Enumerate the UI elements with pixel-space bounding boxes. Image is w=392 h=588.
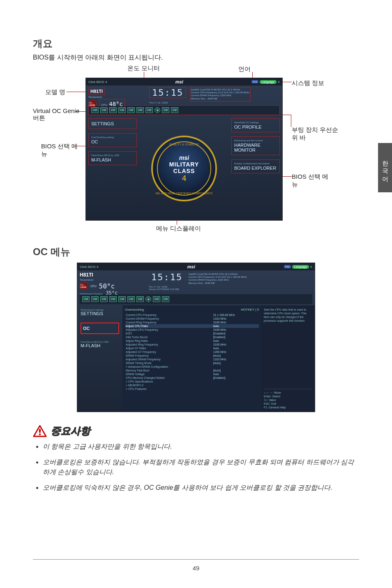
sidebar-mflash[interactable]: Flash/Save BIOS by USB M-FLASH: [81, 341, 119, 348]
important-bullet-list: 이 항목은 고급 사용자만을 위한 항목입니다.오버클로킹은 보증하지 않습니다…: [33, 442, 359, 493]
boot-device-icon[interactable]: ⏻: [154, 107, 160, 113]
language-button[interactable]: Language: [292, 265, 309, 269]
oc-setting-value: [212, 380, 259, 383]
cpu-temp-value: 48°c: [109, 101, 123, 107]
oc-setting-name: > MEMORY-Z: [125, 383, 212, 387]
boot-device-icon[interactable]: USB: [171, 107, 178, 113]
oc-setting-row[interactable]: Adjusted Ring Frequency3100 MHz: [125, 343, 259, 346]
oc-setting-row[interactable]: Memory Fast Boot[Auto]: [125, 369, 259, 372]
sysinfo-mem: Memory Size : 2048 MB: [191, 97, 217, 100]
oc-help-text: Sets the CPU ratio that is used to deter…: [264, 308, 312, 323]
boot-device-icon[interactable]: USB: [136, 296, 144, 302]
oc-setting-row[interactable]: > MEMORY-Z: [125, 383, 259, 387]
close-icon[interactable]: X: [310, 265, 312, 269]
important-bullet: 오버클로킹은 보증하지 않습니다. 부적절하게 작동하였을 경우 보증이 무효화…: [43, 457, 359, 477]
badge-quality-text: QUALITY & STABILITY: [169, 143, 199, 146]
oc-setting-value: [Enabled]: [212, 332, 259, 335]
sidebar-mflash-label: M-FLASH: [81, 343, 100, 348]
oc-setting-row[interactable]: Adjust CPU RatioAuto: [125, 324, 259, 328]
oc-help-panel: Sets the CPU ratio that is used to deter…: [261, 305, 315, 412]
oc-setting-name: > CPU Features: [125, 387, 212, 391]
sysinfo-cpu: Intel(R) Core(TM) i5-4670S CPU @ 3.10GHz: [188, 273, 238, 275]
oc-genie-button[interactable]: OC GENIE: [80, 282, 88, 290]
oc-setting-value: Auto: [212, 324, 259, 328]
language-button[interactable]: Language: [260, 80, 277, 84]
menu-mflash-sub: Flash/Save BIOS by USB: [91, 154, 134, 157]
menu-ocprofile-label: OC PROFILE: [234, 125, 262, 129]
key-value: +/-: Value: [264, 398, 312, 402]
sidebar-oc-active[interactable]: OC: [81, 323, 119, 334]
oc-setting-row[interactable]: DRAM VoltageAuto: [125, 372, 259, 376]
oc-setting-row[interactable]: DRAM Timing Mode[Auto]: [125, 361, 259, 365]
boot-device-icon[interactable]: ⏻: [145, 296, 151, 302]
oc-setting-row[interactable]: EIST[Enabled]: [125, 332, 259, 335]
label-bios-menu-left: BIOS 선택 메뉴: [41, 143, 82, 158]
oc-setting-name: Current Ring Frequency: [125, 321, 212, 324]
boot-device-icon[interactable]: USB: [136, 107, 144, 113]
oc-setting-row[interactable]: CPU Memory Changed Detect[Enabled]: [125, 376, 259, 380]
bios-date: Thu 4 / 16 / 2099: [149, 101, 281, 104]
boot-device-icon[interactable]: USB: [118, 296, 126, 302]
menu-oc-profile[interactable]: Save/load OC settings OC PROFILE: [231, 118, 280, 132]
key-help: F1: General Help: [264, 406, 312, 409]
oc-hotkey-hint: HOTKEY | 5: [241, 308, 259, 311]
mb-temp-value: 35°c: [106, 290, 118, 296]
boot-device-icon[interactable]: USB: [162, 296, 169, 302]
oc-setting-row[interactable]: Adjust GT RatioAuto: [125, 346, 259, 350]
boot-device-icon[interactable]: USB: [162, 107, 169, 113]
oc-setting-row[interactable]: Adjusted GT Frequency1200 MHz: [125, 350, 259, 354]
oc-setting-row[interactable]: Intel Turbo Boost[Enabled]: [125, 335, 259, 339]
important-section: 중요사항 이 항목은 고급 사용자만을 위한 항목입니다.오버클로킹은 보증하지…: [33, 424, 359, 493]
boot-device-icon[interactable]: USB: [127, 107, 135, 113]
boot-device-icon[interactable]: USB: [109, 107, 117, 113]
sidebar-settings[interactable]: Motherboard settings SETTINGS: [81, 309, 119, 316]
boot-device-icon[interactable]: USB: [109, 296, 117, 302]
oc-setting-name: DRAM Voltage: [125, 372, 212, 376]
boot-device-icon[interactable]: USB: [91, 107, 99, 113]
oc-setting-value: Auto: [212, 339, 259, 343]
menu-oc[interactable]: OverClocking setting OC: [88, 133, 137, 147]
oc-setting-name: Current DRAM Frequency: [125, 317, 212, 321]
oc-setting-value: [Enabled]: [212, 335, 259, 339]
oc-setting-row[interactable]: Current Ring Frequency3100 MHz: [125, 321, 259, 324]
boot-device-icon[interactable]: USB: [153, 296, 160, 302]
oc-setting-value: [Enabled]: [212, 376, 259, 380]
close-icon[interactable]: X: [278, 80, 280, 84]
menu-hw-sub: Monitoring and fan control: [234, 139, 277, 142]
oc-setting-row[interactable]: Adjust Ring RatioAuto: [125, 339, 259, 343]
oc-key-hints: ↑↓←→: Move Enter: Select +/-: Value ESC:…: [264, 389, 312, 409]
menu-mflash[interactable]: Flash/Save BIOS by USB M-FLASH: [88, 151, 137, 165]
boot-device-icon[interactable]: USB: [91, 296, 99, 302]
f12-badge[interactable]: F12: [251, 80, 258, 83]
menu-hardware-monitor[interactable]: Monitoring and fan control HARDWARE MONI…: [231, 136, 280, 155]
oc-menu-screenshot: Click BIOS 4 msi F12 Language X H81TI Te…: [77, 263, 315, 412]
boot-device-icon[interactable]: USB: [82, 296, 90, 302]
oc-setting-row[interactable]: Current CPU Frequency31 x 100.00 MHz: [125, 313, 259, 317]
oc-setting-row[interactable]: Current DRAM Frequency1333 MHz: [125, 317, 259, 321]
f12-badge[interactable]: F12: [284, 265, 291, 268]
oc-sysinfo: Intel(R) Core(TM) i5-4670S CPU @ 3.10GHz…: [187, 272, 247, 286]
sysinfo-cpufreq: Current CPU Frequency 3.10 GHz (31 x 100…: [191, 91, 249, 94]
oc-setting-row[interactable]: DRAM Frequency[Auto]: [125, 354, 259, 357]
oc-genie-button[interactable]: OC GENIE: [88, 100, 97, 108]
oc-setting-name: EIST: [125, 332, 212, 335]
menu-settings[interactable]: SETTINGS: [88, 118, 137, 129]
military-class-badge: QUALITY & STABILITY msi MILITARY CLASS 4…: [151, 136, 217, 201]
boot-device-icon[interactable]: USB: [118, 107, 126, 113]
boot-device-icon[interactable]: USB: [100, 296, 108, 302]
label-virtual-oc-genie: Virtual OC Genie 버튼: [33, 107, 82, 122]
oc-setting-row[interactable]: > CPU Specifications: [125, 380, 259, 383]
oc-setting-row[interactable]: Adjusted DRAM Frequency1333 MHz: [125, 357, 259, 361]
boot-device-icon[interactable]: USB: [145, 107, 153, 113]
mb-label: Motherboard System 35°c: [80, 290, 145, 296]
boot-device-icon[interactable]: USB: [100, 107, 108, 113]
boot-device-icon[interactable]: USB: [127, 296, 135, 302]
oc-setting-name: Adjust CPU Ratio: [125, 324, 212, 328]
oc-setting-name: Memory Fast Boot: [125, 369, 212, 372]
oc-setting-row[interactable]: Adjusted CPU Frequency3100 MHz: [125, 328, 259, 332]
oc-setting-row[interactable]: > Advanced DRAM Configuration: [125, 365, 259, 369]
oc-setting-value: 1200 MHz: [212, 350, 259, 354]
oc-setting-row[interactable]: > CPU Features: [125, 387, 259, 391]
menu-board-explorer[interactable]: Display motherboard information BOARD EX…: [231, 159, 280, 173]
oc-setting-name: > Advanced DRAM Configuration: [125, 365, 212, 369]
